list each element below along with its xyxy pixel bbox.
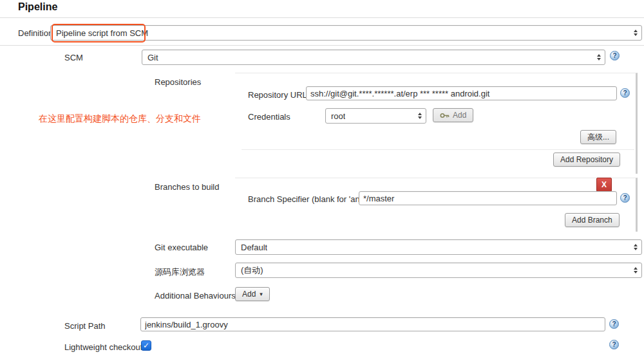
page-title: Pipeline: [18, 1, 57, 13]
select-arrows-icon: [418, 113, 422, 119]
scm-label: SCM: [64, 53, 83, 62]
divider: [0, 45, 644, 46]
git-executable-label: Git executable: [155, 243, 208, 252]
select-arrows-icon: [597, 54, 601, 60]
script-path-input[interactable]: [140, 317, 605, 331]
repository-url-input[interactable]: [306, 86, 617, 100]
annotation-text: 在这里配置构建脚本的仓库、分支和文件: [39, 113, 201, 125]
jenkins-pipeline-config: Pipeline Definition Pipeline script from…: [0, 0, 644, 361]
delete-branch-button[interactable]: X: [596, 178, 612, 192]
add-repository-button[interactable]: Add Repository: [553, 153, 620, 167]
repository-url-help-icon[interactable]: ?: [620, 88, 630, 98]
repository-browser-select-value: (自动): [241, 264, 263, 276]
advanced-button[interactable]: 高级...: [580, 130, 616, 144]
caret-down-icon: ▾: [260, 291, 263, 297]
branch-specifier-input[interactable]: [359, 191, 617, 205]
repository-browser-select[interactable]: (自动): [235, 263, 642, 278]
branch-specifier-label: Branch Specifier (blank for 'any'): [248, 194, 368, 204]
lightweight-checkout-label: Lightweight checkout: [64, 342, 142, 352]
repositories-label: Repositories: [155, 77, 201, 87]
select-arrows-icon: [634, 244, 638, 250]
definition-label: Definition: [18, 28, 53, 38]
add-branch-button-label: Add Branch: [572, 216, 612, 225]
credentials-select[interactable]: root: [325, 108, 426, 124]
branch-specifier-help-icon[interactable]: ?: [620, 193, 630, 203]
script-path-help-icon[interactable]: ?: [609, 319, 619, 329]
definition-select[interactable]: Pipeline script from SCM: [50, 25, 642, 41]
additional-behaviours-add-button[interactable]: Add ▾: [235, 287, 270, 301]
git-executable-select-value: Default: [241, 243, 267, 252]
select-arrows-icon: [634, 267, 638, 273]
credentials-label: Credentials: [248, 112, 290, 122]
repository-url-label: Repository URL: [248, 90, 307, 100]
advanced-button-label: 高级...: [587, 132, 609, 143]
additional-behaviours-label: Additional Behaviours: [155, 291, 236, 301]
add-repository-button-label: Add Repository: [560, 155, 613, 164]
scm-help-icon[interactable]: ?: [610, 51, 620, 60]
add-branch-button[interactable]: Add Branch: [565, 213, 620, 227]
scm-select-value: Git: [147, 53, 158, 62]
credentials-add-label: Add: [453, 111, 466, 120]
scm-select[interactable]: Git: [142, 50, 605, 65]
credentials-select-value: root: [331, 111, 345, 121]
check-icon: ✓: [143, 341, 149, 350]
key-icon: [440, 113, 450, 118]
lightweight-checkout-checkbox[interactable]: ✓: [141, 340, 151, 351]
lightweight-checkout-help-icon[interactable]: ?: [609, 340, 619, 349]
additional-behaviours-add-label: Add: [242, 290, 256, 299]
branches-label: Branches to build: [155, 182, 219, 192]
credentials-add-button[interactable]: Add: [433, 108, 473, 122]
select-arrows-icon: [634, 30, 638, 36]
git-executable-select[interactable]: Default: [235, 239, 642, 255]
divider: [242, 149, 634, 150]
script-path-label: Script Path: [64, 321, 106, 331]
divider: [0, 17, 644, 18]
definition-select-value: Pipeline script from SCM: [56, 28, 148, 38]
repository-browser-label: 源码库浏览器: [155, 266, 205, 278]
